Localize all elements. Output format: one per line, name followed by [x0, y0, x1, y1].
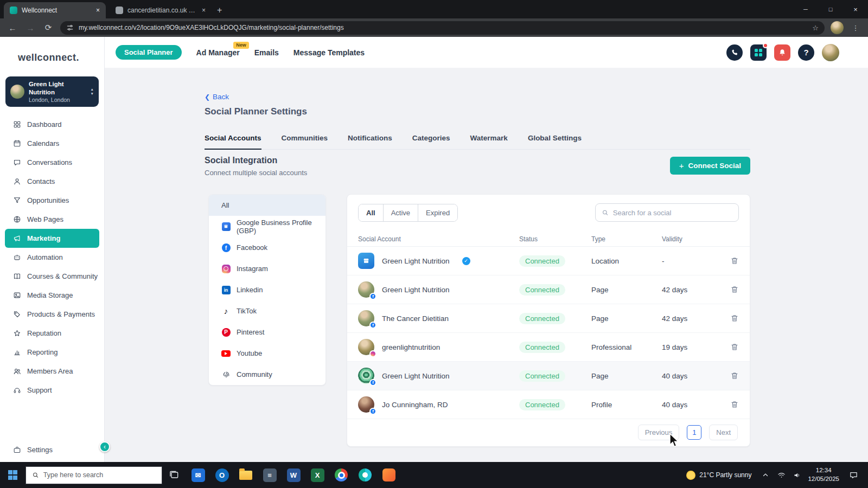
sidebar-item-media-storage[interactable]: Media Storage	[5, 286, 99, 305]
taskbar-weather[interactable]: 21°C Partly sunny	[686, 471, 751, 480]
emails-link[interactable]: Emails	[254, 48, 279, 57]
connect-social-button[interactable]: + Connect Social	[670, 157, 750, 175]
back-link[interactable]: ❮ Back	[205, 93, 229, 101]
filter-youtube[interactable]: Youtube	[209, 343, 326, 364]
filter-gbp[interactable]: Google Business Profile (GBP)	[209, 216, 326, 237]
next-button[interactable]: Next	[709, 425, 738, 440]
table-row[interactable]: greenlightnutrition Connected Profession…	[347, 333, 750, 362]
taskbar-search-input[interactable]	[43, 471, 156, 479]
bookmark-star-icon[interactable]: ☆	[812, 24, 819, 32]
sidebar-item-automation[interactable]: Automation	[5, 248, 99, 267]
sidebar-item-opportunities[interactable]: Opportunities	[5, 191, 99, 210]
excel-app-icon[interactable]: X	[305, 462, 329, 488]
tab-close-icon[interactable]: ×	[200, 7, 207, 14]
table-row[interactable]: f The Cancer Dietitian Connected Page 42…	[347, 304, 750, 333]
table-row[interactable]: f Green Light Nutrition Connected Page 4…	[347, 275, 750, 304]
tab-communities[interactable]: Communities	[282, 134, 328, 142]
help-icon[interactable]: ?	[798, 44, 814, 61]
previous-button[interactable]: Previous	[638, 425, 680, 440]
taskbar-clock[interactable]: 12:34 12/05/2025	[808, 466, 839, 483]
user-avatar[interactable]	[822, 44, 839, 61]
close-icon[interactable]: ×	[843, 0, 868, 18]
new-tab-button[interactable]: +	[217, 6, 222, 15]
sidebar-item-reporting[interactable]: Reporting	[5, 343, 99, 362]
calculator-app-icon[interactable]: ≡	[258, 462, 282, 488]
status-filter-expired[interactable]: Expired	[418, 204, 457, 221]
social-planner-button[interactable]: Social Planner	[116, 45, 182, 60]
tab-global-settings[interactable]: Global Settings	[528, 134, 582, 142]
filter-tiktok[interactable]: ♪ TikTok	[209, 300, 326, 322]
sidebar-item-settings[interactable]: Settings	[0, 446, 104, 454]
filter-linkedin[interactable]: in Linkedin	[209, 279, 326, 300]
status-filter-all[interactable]: All	[359, 204, 384, 221]
start-button[interactable]	[0, 462, 25, 488]
site-info-icon[interactable]	[66, 24, 74, 31]
delete-icon[interactable]	[730, 314, 739, 323]
filter-instagram[interactable]: Instagram	[209, 258, 326, 279]
maximize-icon[interactable]: □	[818, 0, 843, 18]
mail-app-icon[interactable]: ✉	[186, 462, 210, 488]
filter-all[interactable]: All	[209, 195, 326, 216]
table-row[interactable]: Green Light Nutrition ✓ Connected Locati…	[347, 247, 750, 275]
sidebar-item-calendars[interactable]: Calendars	[5, 134, 99, 153]
task-view-icon[interactable]	[162, 462, 186, 488]
sidebar-item-support[interactable]: Support	[5, 381, 99, 400]
page-number[interactable]: 1	[687, 425, 701, 440]
delete-icon[interactable]	[730, 400, 739, 409]
browser-profile-avatar[interactable]	[831, 21, 844, 34]
address-bar[interactable]: my.wellconnect.co/v2/location/9O9ueXAE3l…	[60, 21, 825, 35]
action-center-icon[interactable]	[845, 471, 861, 480]
delete-icon[interactable]	[730, 256, 739, 265]
sidebar-item-marketing[interactable]: Marketing	[5, 229, 99, 248]
account-switcher[interactable]: Green Light Nutrition London, London ▲▼	[5, 76, 99, 107]
reload-icon[interactable]: ⟳	[42, 23, 54, 33]
notifications-bell-icon[interactable]	[774, 44, 790, 61]
file-explorer-icon[interactable]	[234, 462, 258, 488]
outlook-app-icon[interactable]: O	[210, 462, 234, 488]
social-search[interactable]	[595, 203, 739, 222]
chrome-icon[interactable]	[329, 462, 353, 488]
sidebar-collapse-button[interactable]: ‹	[99, 441, 110, 452]
tab-watermark[interactable]: Watermark	[470, 134, 508, 142]
tab-social-accounts[interactable]: Social Accounts	[205, 134, 261, 142]
sidebar-item-web-pages[interactable]: Web Pages	[5, 210, 99, 229]
volume-icon[interactable]	[792, 471, 802, 479]
browser-tab-inactive[interactable]: cancerdietitian.co.uk | cancerdi ×	[110, 2, 212, 18]
table-row[interactable]: f Green Light Nutrition Connected Page 4…	[347, 362, 750, 390]
status-filter-active[interactable]: Active	[384, 204, 418, 221]
sidebar-item-dashboard[interactable]: Dashboard	[5, 115, 99, 134]
sidebar-item-courses-community[interactable]: Courses & Community	[5, 267, 99, 286]
wellconnect-app-icon[interactable]	[353, 462, 377, 488]
ad-manager-link[interactable]: Ad Manager New	[196, 48, 240, 57]
filter-pinterest[interactable]: P Pinterest	[209, 322, 326, 343]
browser-menu-icon[interactable]: ⋮	[850, 24, 861, 32]
status-badge: Connected	[519, 284, 565, 296]
sidebar-item-contacts[interactable]: Contacts	[5, 172, 99, 191]
tab-notifications[interactable]: Notifications	[348, 134, 392, 142]
delete-icon[interactable]	[730, 343, 739, 351]
minimize-icon[interactable]: ─	[793, 0, 818, 18]
filter-facebook[interactable]: f Facebook	[209, 237, 326, 258]
sidebar-item-reputation[interactable]: Reputation	[5, 324, 99, 343]
browser-tab-active[interactable]: Wellconnect ×	[4, 2, 106, 18]
tab-close-icon[interactable]: ×	[94, 7, 101, 14]
sidebar-item-conversations[interactable]: Conversations	[5, 153, 99, 172]
launchpad-icon[interactable]	[750, 44, 767, 61]
search-input[interactable]	[613, 209, 732, 217]
back-icon[interactable]: ←	[7, 23, 18, 33]
network-icon[interactable]	[776, 471, 786, 479]
table-row[interactable]: f Jo Cunningham, RD Connected Profile 40…	[347, 390, 750, 419]
forward-icon[interactable]: →	[24, 23, 36, 33]
phone-icon[interactable]	[726, 44, 743, 61]
hidden-icons-chevron[interactable]	[761, 472, 770, 478]
app-icon-orange[interactable]	[377, 462, 401, 488]
tab-categories[interactable]: Categories	[412, 134, 450, 142]
sidebar-item-members-area[interactable]: Members Area	[5, 362, 99, 381]
sidebar-item-products-payments[interactable]: Products & Payments	[5, 305, 99, 324]
filter-community[interactable]: Community	[209, 364, 326, 385]
word-app-icon[interactable]: W	[282, 462, 305, 488]
message-templates-link[interactable]: Message Templates	[293, 48, 365, 57]
delete-icon[interactable]	[730, 285, 739, 294]
taskbar-search[interactable]	[25, 466, 162, 484]
delete-icon[interactable]	[730, 371, 739, 380]
